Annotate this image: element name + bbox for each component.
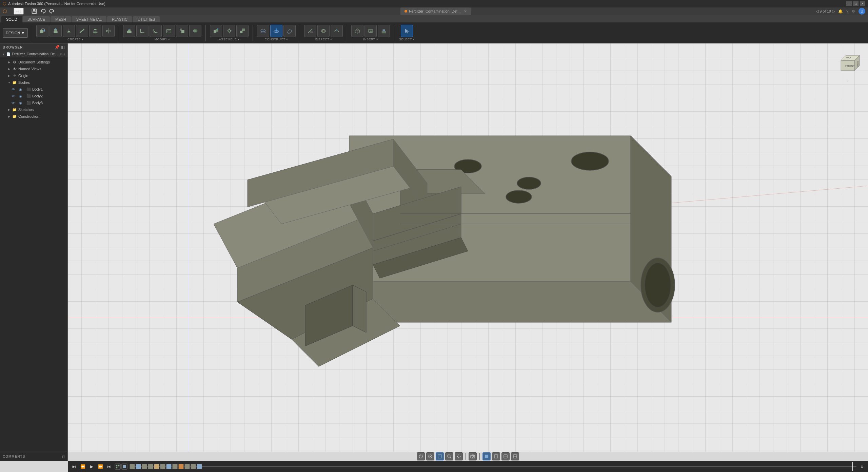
mirror-button[interactable] xyxy=(102,25,115,37)
new-component-button[interactable] xyxy=(210,25,222,37)
browser-expand-origin[interactable]: ▶ xyxy=(7,74,11,77)
browser-item-sketches[interactable]: ▶ 📁 Sketches xyxy=(0,106,67,113)
viewport[interactable]: FRONT TOP RIGHT ⌂ xyxy=(68,43,868,452)
browser-doc-options-icon[interactable]: ⚙ xyxy=(60,52,63,56)
menu-file[interactable]: File xyxy=(14,8,24,15)
offset-plane-button[interactable] xyxy=(257,25,269,37)
construct-active-button[interactable] xyxy=(270,25,282,37)
timeline-item-11[interactable] xyxy=(191,464,196,469)
tab-surface[interactable]: SURFACE xyxy=(23,16,50,22)
loft-button[interactable] xyxy=(89,25,101,37)
browser-pin-icon[interactable]: 📌 xyxy=(55,45,60,50)
close-button[interactable]: ✕ xyxy=(860,1,865,6)
timeline-item-2[interactable] xyxy=(136,464,141,469)
browser-item-named-views[interactable]: ▶ 👁 Named Views xyxy=(0,65,67,72)
insert-svg-button[interactable]: SVG xyxy=(364,25,377,37)
browser-item-doc-settings[interactable]: ▶ ⚙ Document Settings xyxy=(0,59,67,65)
interference-button[interactable] xyxy=(317,25,330,37)
timeline-track[interactable] xyxy=(130,466,856,467)
browser-body1-visible-icon[interactable]: ◉ xyxy=(19,88,22,91)
zoom-window-button[interactable] xyxy=(445,452,453,460)
browser-item-bodies[interactable]: ▼ 📁 Bodies xyxy=(0,79,67,86)
user-avatar[interactable]: U xyxy=(859,8,865,15)
scale-button[interactable] xyxy=(176,25,188,37)
curvature-button[interactable] xyxy=(331,25,343,37)
save-button[interactable] xyxy=(31,7,38,15)
browser-item-construction[interactable]: ▶ 📁 Construction xyxy=(0,113,67,120)
timeline-play-button[interactable]: ▶ xyxy=(88,463,95,470)
tab-plastic[interactable]: PLASTIC xyxy=(107,16,132,22)
timeline-prev-button[interactable]: ⏪ xyxy=(79,463,86,470)
notifications-icon[interactable]: 🔔 xyxy=(838,9,843,14)
home-icon[interactable]: ⌂ xyxy=(834,79,861,82)
timeline-item-6[interactable] xyxy=(160,464,165,469)
camera-button[interactable] xyxy=(469,452,477,460)
extrude-button[interactable] xyxy=(50,25,62,37)
select-button[interactable] xyxy=(401,25,413,37)
timeline-item-9[interactable] xyxy=(178,464,184,469)
timeline-history-icon[interactable] xyxy=(115,464,121,470)
fillet-button[interactable] xyxy=(136,25,149,37)
timeline-next-button[interactable]: ⏩ xyxy=(97,463,104,470)
joint-button[interactable] xyxy=(223,25,235,37)
timeline-settings-button[interactable]: ⚙ xyxy=(859,463,865,470)
timeline-item-5[interactable] xyxy=(154,464,159,469)
chamfer-button[interactable] xyxy=(150,25,162,37)
measure-button[interactable]: mm xyxy=(304,25,316,37)
tab-utilities[interactable]: UTILITIES xyxy=(133,16,160,22)
new-body-button[interactable] xyxy=(36,25,48,37)
browser-body2-eye-icon[interactable]: 👁 xyxy=(12,94,15,98)
maximize-button[interactable]: □ xyxy=(853,1,859,6)
look-at-button[interactable] xyxy=(426,452,434,460)
timeline-item-7[interactable] xyxy=(166,464,172,469)
browser-item-body2[interactable]: 👁 ◉ ⬛ Body2 xyxy=(0,93,67,99)
visual-style-button[interactable] xyxy=(511,452,519,460)
undo-button[interactable] xyxy=(39,7,47,15)
browser-expand-named-views[interactable]: ▶ xyxy=(7,67,11,71)
tab-sheet-metal[interactable]: SHEET METAL xyxy=(72,16,106,22)
sweep-button[interactable] xyxy=(76,25,88,37)
browser-item-origin[interactable]: ▶ ✛ Origin xyxy=(0,72,67,79)
browser-body1-eye-icon[interactable]: 👁 xyxy=(12,88,15,91)
settings-icon[interactable]: ⚙ xyxy=(852,9,855,14)
plane-at-angle-button[interactable] xyxy=(283,25,296,37)
minimize-button[interactable]: ─ xyxy=(846,1,852,6)
rigid-group-button[interactable] xyxy=(236,25,249,37)
tab-mesh[interactable]: MESH xyxy=(51,16,71,22)
title-bar-controls[interactable]: ─ □ ✕ xyxy=(846,1,865,6)
hidden-line-button[interactable] xyxy=(501,452,510,460)
browser-body3-visible-icon[interactable]: ◉ xyxy=(19,101,22,105)
browser-body3-eye-icon[interactable]: 👁 xyxy=(12,101,15,105)
timeline-prev-start-button[interactable]: ⏮ xyxy=(71,463,77,470)
browser-expand-construction[interactable]: ▶ xyxy=(7,115,11,118)
browser-doc-info-icon[interactable]: ℹ xyxy=(64,52,65,56)
browser-expand-doc-settings[interactable]: ▶ xyxy=(7,60,11,64)
wireframe-button[interactable] xyxy=(492,452,500,460)
timeline-item-4[interactable] xyxy=(148,464,153,469)
solid-view-button[interactable] xyxy=(482,452,491,460)
combine-button[interactable] xyxy=(189,25,201,37)
press-pull-button[interactable] xyxy=(123,25,135,37)
shell-button[interactable] xyxy=(163,25,175,37)
redo-button[interactable] xyxy=(48,7,56,15)
timeline-item-8[interactable] xyxy=(172,464,178,469)
insert-mesh-button[interactable] xyxy=(351,25,363,37)
timeline-next-end-button[interactable]: ⏭ xyxy=(106,463,113,470)
document-tab[interactable]: Fertilizer_Contamination_Det... ✕ xyxy=(400,7,471,15)
browser-expand-bodies[interactable]: ▼ xyxy=(7,81,11,84)
doc-tab-close-icon[interactable]: ✕ xyxy=(464,9,467,14)
timeline-item-3[interactable] xyxy=(142,464,147,469)
tab-solid[interactable]: SOLID xyxy=(1,16,22,22)
browser-body2-visible-icon[interactable]: ◉ xyxy=(19,94,22,98)
browser-expand-sketches[interactable]: ▶ xyxy=(7,108,11,111)
browser-doc-row[interactable]: ▼ 📄 Fertilizer_Contamination_Det... ⚙ ℹ xyxy=(0,51,67,57)
timeline-feature-icon[interactable] xyxy=(121,464,127,470)
pan-button[interactable] xyxy=(455,452,463,460)
help-icon[interactable]: ? xyxy=(846,9,848,13)
design-dropdown-button[interactable]: DESIGN ▼ xyxy=(3,28,28,38)
timeline-item-1[interactable] xyxy=(130,464,135,469)
revolve-button[interactable] xyxy=(63,25,75,37)
browser-expand-icon[interactable]: ◧ xyxy=(61,45,65,50)
decal-button[interactable] xyxy=(378,25,390,37)
browser-item-body1[interactable]: 👁 ◉ ⬛ Body1 xyxy=(0,86,67,93)
